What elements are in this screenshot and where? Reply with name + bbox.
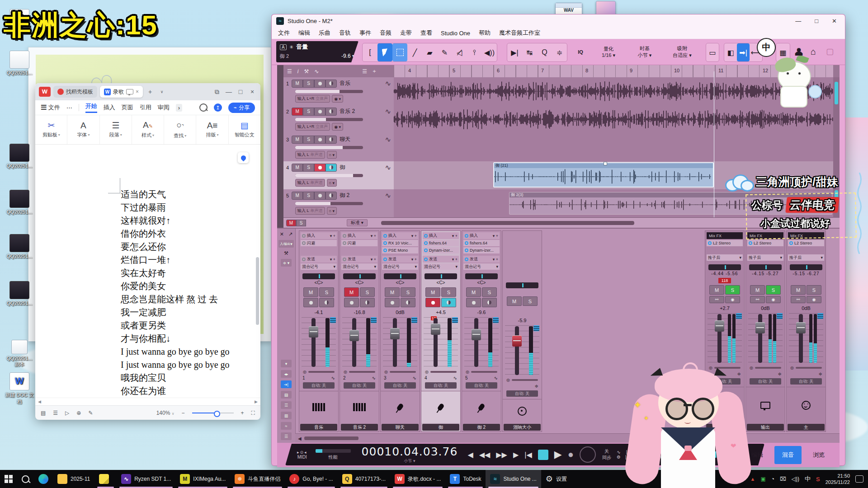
send-slot[interactable]: 推子后▾ — [747, 254, 783, 261]
mute-button[interactable]: M — [425, 287, 440, 297]
insert-slot[interactable]: fishers.64 — [463, 240, 500, 246]
mixer-bus-main[interactable]: Mix FX L2 Stereo 推子后▾ -5.15 -6.27 MS ⚯◉ … — [786, 230, 826, 432]
timebase-dropdown[interactable]: 时基 小节 ▾ — [629, 43, 660, 61]
channel-name[interactable]: 御 2 — [463, 424, 500, 431]
gain-value[interactable]: 0dB — [381, 310, 420, 316]
pan-slider[interactable] — [790, 264, 822, 270]
input-channel-toggle[interactable]: ○ ▾ — [327, 207, 337, 215]
quantize-dropdown[interactable]: 量化 1/16 ▾ — [593, 43, 624, 61]
insert-slot[interactable]: Dynam-izer... — [463, 247, 500, 253]
menu-help[interactable]: 帮助 — [479, 29, 491, 37]
fader-view-toggle[interactable]: ≑ ▾ — [281, 259, 292, 267]
ribbon-clipboard[interactable]: ✂剪贴板▾ — [35, 115, 67, 144]
send-slot[interactable]: 混合记号▾ — [382, 263, 418, 270]
track-header[interactable]: 3 MS 聊天 ∿ 输入 L单声道 ○ ▾ — [283, 133, 394, 161]
monitor-button[interactable] — [326, 192, 337, 200]
fader-handle[interactable] — [309, 326, 318, 338]
clip-indicator[interactable]: 118 — [718, 278, 731, 283]
new-tab-button[interactable]: + — [146, 88, 155, 95]
solo-button[interactable]: S — [807, 285, 821, 295]
mute-button[interactable]: M — [709, 285, 724, 295]
insert-slot[interactable]: 闪避 — [301, 240, 337, 246]
menu-hamburger[interactable]: ☰ 文件 — [41, 103, 60, 112]
track-list-icon[interactable]: ☰ — [287, 68, 292, 75]
track-volume-slider[interactable] — [295, 90, 363, 93]
automation-button[interactable]: 自动: 关 — [466, 382, 497, 389]
document-canvas[interactable]: 适当的天气下过的暴雨这样就很对↑借你的外衣要怎么还你烂借口一堆↑实在太好奇你爱的… — [35, 145, 260, 398]
clock[interactable]: 21:502025/11/22 — [826, 473, 850, 486]
home-icon[interactable]: ⌂ — [811, 47, 816, 57]
record-button[interactable] — [314, 108, 326, 116]
menu-file[interactable]: 文件 — [278, 29, 290, 37]
track-row-1[interactable]: 1 MS 音乐 ∿ 输入 L+R立体声 ◉ ▾ — [283, 77, 840, 106]
track-header[interactable]: 2 MS 音乐 2 ∿ 输入 L+R立体声 ◉ ▾ — [283, 105, 394, 133]
taskbar-stickynote[interactable] — [94, 470, 117, 488]
menu-page[interactable]: 页面 — [122, 103, 133, 112]
tab-document[interactable]: W 录歌 × — [100, 86, 143, 98]
outline-view-icon[interactable]: ☰ — [53, 410, 58, 416]
gain-value[interactable]: +4.5 — [421, 310, 460, 316]
follow-playhead-icon[interactable]: ➡| — [737, 43, 750, 61]
ink-icon[interactable]: ✎ — [88, 410, 93, 416]
menu-view[interactable]: 查看 — [420, 29, 432, 37]
solo-button[interactable]: S — [482, 287, 497, 297]
monitor-button[interactable] — [326, 80, 337, 88]
link-button[interactable]: ⚯ — [750, 296, 765, 303]
pan-value[interactable]: <C> — [462, 280, 501, 286]
nav-list-icon[interactable]: ☰ — [281, 432, 292, 440]
mute-button[interactable]: M — [507, 296, 522, 306]
tab-list-chevron-icon[interactable]: ∨ — [157, 89, 166, 94]
taskbar-qq[interactable]: Q40717173-... — [338, 470, 390, 488]
gain-value[interactable]: -5.9 — [503, 318, 542, 324]
prev-bar-button[interactable]: ◀ — [467, 450, 473, 459]
snap-value[interactable]: 自适应 ▾ — [665, 52, 699, 59]
input-channel-toggle[interactable]: ◉ ▾ — [332, 123, 343, 131]
clip-handle[interactable] — [604, 162, 607, 165]
wrench-icon[interactable]: ⚒ — [284, 250, 288, 256]
maximize-button[interactable]: □ — [236, 88, 245, 95]
start-button[interactable] — [0, 470, 17, 488]
menu-review[interactable]: 审阅 — [158, 103, 170, 112]
mute-button[interactable]: M — [292, 192, 303, 200]
audio-clip-selected[interactable]: 御 (21) — [493, 162, 714, 188]
track-volume-slider[interactable] — [295, 146, 363, 149]
track-name[interactable]: 御 2 — [340, 192, 349, 199]
channel-name[interactable]: 混响大小 — [504, 424, 541, 431]
solo-button[interactable]: S — [303, 108, 314, 116]
eraser-tool[interactable]: ▰ — [422, 43, 437, 61]
inspector-icon[interactable]: i — [297, 68, 299, 75]
channel-name[interactable]: 主 — [788, 424, 825, 431]
horizontal-scrollbar[interactable] — [381, 221, 634, 225]
send-slot[interactable]: 混合记号▾ — [301, 263, 337, 270]
pan-slider[interactable] — [384, 273, 416, 279]
track-row-2[interactable]: 2 MS 音乐 2 ∿ 输入 L+R立体声 ◉ ▾ — [283, 105, 840, 134]
pan-slider[interactable] — [465, 273, 498, 279]
track-volume-slider[interactable] — [295, 174, 363, 177]
solo-button[interactable]: S — [303, 192, 314, 200]
send-header[interactable]: 发送▾ + — [463, 256, 500, 263]
send-slot[interactable]: 混合记号▾ — [341, 263, 377, 270]
automation-button[interactable]: 自动: 关 — [506, 390, 538, 397]
input-channel-toggle[interactable]: ○ ▾ — [327, 179, 337, 187]
close-mixer-icon[interactable]: ✕ — [280, 231, 284, 237]
automation-button[interactable]: 自动: 关 — [750, 378, 781, 385]
quantize-icon[interactable]: Q — [537, 43, 552, 61]
record-button[interactable] — [344, 298, 359, 307]
close-button[interactable]: × — [248, 88, 257, 95]
mixer-bus-output[interactable]: Mix FX L2 Stereo 推子后▾ -4.15 -5.27 MS ⚯◉ … — [745, 230, 785, 432]
minimize-button[interactable]: — — [795, 18, 801, 24]
ribbon-style[interactable]: A✎样式▾ — [132, 115, 164, 144]
solo-button[interactable]: S — [766, 285, 781, 295]
view-mix-button[interactable]: 混音 — [774, 446, 802, 464]
scroll-thumb[interactable] — [304, 436, 359, 440]
zoom-slider[interactable] — [192, 413, 234, 413]
arrow-tool[interactable] — [377, 43, 392, 61]
iq-label[interactable]: IQ — [574, 43, 587, 61]
monitor-button[interactable] — [441, 298, 456, 307]
ime-tray[interactable]: 中 — [805, 475, 811, 483]
menu-overflow-chevron[interactable]: › — [176, 104, 182, 112]
insert-slot[interactable]: L2 Stereo — [707, 240, 743, 246]
mute-button[interactable]: M — [292, 164, 303, 172]
return-to-start-button[interactable]: |◀ — [524, 450, 532, 459]
view-browse-button[interactable]: 浏览 — [805, 446, 832, 464]
